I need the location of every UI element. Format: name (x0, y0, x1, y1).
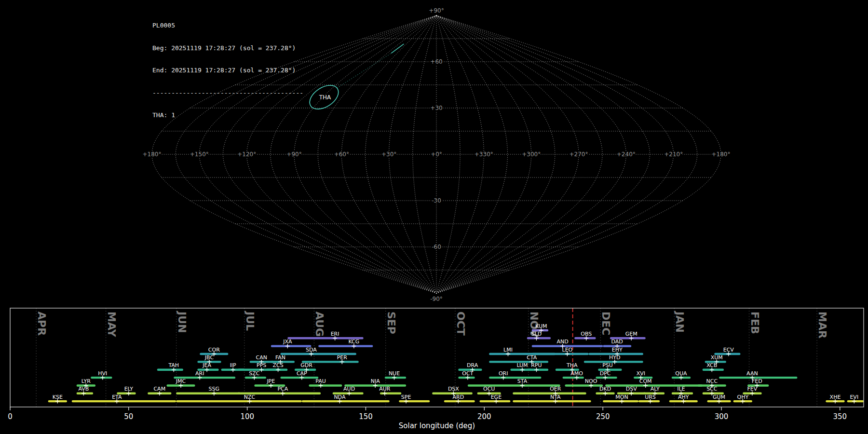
separator-line: ---------------------------------------- (152, 89, 303, 97)
shower-code-label: CAN (256, 354, 267, 361)
map-longitude-label: +30° (381, 151, 396, 158)
shower-code-label: COR (208, 347, 220, 353)
x-axis-tick-label: 100 (240, 412, 254, 421)
shower-code-label: JXA (283, 339, 292, 345)
shower-code-label: IIP (230, 362, 236, 368)
x-axis-tick-label: 250 (596, 412, 610, 421)
chart-frame (10, 308, 864, 407)
shower-code-label: GDR (300, 362, 312, 368)
shower-code-label: XCB (706, 362, 717, 368)
month-label: APR (36, 312, 48, 336)
shower-code-label: AUR (379, 386, 391, 392)
shower-code-label: NDA (334, 394, 346, 400)
shower-code-label: JPE (266, 378, 275, 384)
month-label: FEB (749, 312, 761, 334)
shower-code-label: URS (645, 394, 656, 400)
month-label: JAN (674, 311, 686, 333)
shower-code-label: SCC (706, 386, 718, 392)
x-axis-tick-label: 50 (124, 412, 133, 421)
shower-code-label: ALY (651, 386, 660, 392)
shower-activity-bar (513, 393, 586, 394)
shower-code-label: LUM (516, 362, 528, 368)
map-longitude-label: +240° (617, 151, 636, 158)
shower-code-label: COM (639, 378, 652, 384)
map-latitude-label: +60 (430, 58, 442, 65)
shower-code-label: FEV (747, 386, 757, 392)
x-axis-tick-label: 350 (833, 412, 847, 421)
month-label: OCT (455, 312, 467, 336)
month-label: JUL (244, 311, 256, 331)
shower-code-label: CTA (527, 354, 537, 361)
shower-code-label: QHY (737, 394, 748, 400)
shower-code-label: AHY (678, 394, 689, 400)
map-latitude-label: +30 (430, 105, 442, 111)
shower-code-label: JBC (204, 354, 214, 361)
x-axis-tick-label: 300 (715, 412, 729, 421)
shower-code-label: AAN (746, 370, 758, 377)
map-latitude-label: -30 (432, 197, 441, 204)
shower-code-label: AMO (570, 370, 583, 377)
figure-canvas: THA+180°+150°+120°+90°+60°+30°+0°+330°+3… (0, 0, 868, 434)
shower-activity-bar (318, 345, 373, 347)
shower-code-label: PAU (315, 378, 326, 384)
shower-code-label: OCT (462, 370, 473, 377)
shower-code-label: DKD (599, 386, 611, 392)
shower-activity-bar (468, 384, 560, 386)
shower-code-label: PSU (602, 362, 613, 368)
shower-code-label: JEA (202, 362, 211, 368)
shower-activity-bar (527, 337, 551, 339)
end-time-line: End: 20251119 17:28:27 (sol = 237.28°) (152, 67, 303, 74)
shower-code-label: NTA (550, 394, 561, 400)
shower-code-label: KCG (348, 339, 359, 345)
shower-code-label: NCC (706, 378, 718, 384)
shower-code-label: HVI (98, 370, 107, 377)
shower-code-label: DSV (626, 386, 637, 392)
shower-activity-bar (399, 400, 430, 402)
shower-activity-bar (176, 400, 302, 402)
shower-code-label: ELY (124, 386, 134, 392)
map-longitude-label: +270° (570, 151, 588, 158)
shower-activity-bar (157, 369, 183, 371)
shower-code-label: GEM (625, 331, 637, 337)
shower-code-label: OCU (483, 386, 495, 392)
x-axis-tick-label: 150 (359, 412, 373, 421)
shower-code-label: LMI (503, 347, 513, 353)
map-pole-label-bottom: -90° (430, 296, 443, 302)
shower-activity-bar (302, 400, 390, 402)
month-label: DEC (600, 312, 612, 335)
observation-info-block: PL0005 Beg: 20251119 17:28:27 (sol = 237… (152, 7, 303, 134)
shower-activity-bar (271, 345, 312, 347)
shower-code-label: CAP (297, 370, 307, 377)
map-longitude-label: +60° (334, 151, 349, 158)
shower-code-label: KUM (535, 323, 547, 329)
map-pole-label-top: +90° (429, 7, 444, 14)
shower-code-label: ORI (499, 370, 508, 377)
shower-code-label: FED (752, 378, 762, 384)
map-longitude-label: +210° (664, 151, 683, 158)
shower-activity-bar (489, 377, 541, 379)
shower-activity-bar (563, 377, 584, 379)
shower-code-label: JMC (176, 378, 186, 384)
shower-activity-bar (281, 377, 319, 379)
map-longitude-label: +150° (190, 151, 209, 158)
activity-chart: APRMAYJUNJULAUGSEPOCTNOVDECJANFEBMARKUME… (8, 308, 864, 430)
month-label: SEP (385, 312, 397, 334)
map-longitude-label: +180° (143, 151, 162, 158)
shower-code-label: AND (556, 339, 568, 345)
shower-code-label: PPS (257, 362, 266, 368)
shower-code-label: SSG (209, 386, 220, 392)
x-axis-tick-label: 200 (477, 412, 491, 421)
month-label: MAR (816, 312, 828, 339)
shower-code-label: HYD (609, 354, 620, 361)
shower-code-label: NZC (244, 394, 256, 400)
shower-code-label: XVI (637, 370, 645, 377)
shower-code-label: ILE (677, 386, 685, 392)
shower-activity-bar (72, 400, 176, 402)
shower-code-label: ZCS (272, 362, 283, 368)
station-id: PL0005 (152, 22, 303, 29)
shower-code-label: DSX (448, 386, 459, 392)
x-axis-tick-label: 0 (8, 412, 13, 421)
shower-code-label: SLD (531, 331, 542, 337)
shower-count-line: THA: 1 (152, 111, 303, 119)
shower-code-label: RPU (531, 362, 542, 368)
